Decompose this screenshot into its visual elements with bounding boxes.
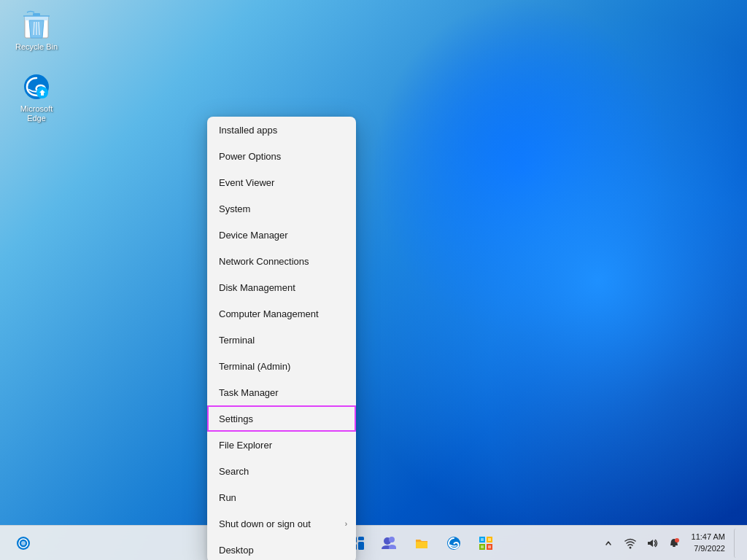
svg-point-11 bbox=[21, 541, 26, 545]
menu-item-task-manager[interactable]: Task Manager bbox=[207, 379, 356, 405]
menu-item-run[interactable]: Run bbox=[207, 484, 356, 510]
clock[interactable]: 11:47 AM 7/9/2022 bbox=[687, 532, 729, 554]
menu-item-device-manager[interactable]: Device Manager bbox=[207, 222, 356, 248]
taskbar-file-explorer-button[interactable] bbox=[407, 529, 436, 558]
menu-item-system[interactable]: System bbox=[207, 195, 356, 222]
svg-line-4 bbox=[34, 22, 34, 35]
menu-item-terminal[interactable]: Terminal bbox=[207, 327, 356, 353]
taskbar-edge-button[interactable] bbox=[439, 529, 468, 558]
tray-chevron[interactable] bbox=[598, 533, 619, 553]
cortana-button[interactable] bbox=[9, 529, 38, 558]
menu-item-network-connections[interactable]: Network Connections bbox=[207, 248, 356, 274]
svg-rect-35 bbox=[488, 538, 491, 541]
menu-item-disk-management[interactable]: Disk Management bbox=[207, 274, 356, 300]
svg-point-38 bbox=[629, 546, 631, 548]
taskbar-store-button[interactable] bbox=[471, 529, 500, 558]
svg-point-27 bbox=[389, 537, 395, 542]
menu-item-shut-down[interactable]: Shut down or sign out › bbox=[207, 510, 356, 537]
tray-notification-icon[interactable] bbox=[664, 533, 684, 553]
svg-rect-36 bbox=[481, 545, 484, 548]
svg-rect-37 bbox=[488, 545, 491, 548]
svg-rect-39 bbox=[673, 545, 676, 547]
svg-line-6 bbox=[39, 22, 39, 35]
date-display: 7/9/2022 bbox=[692, 543, 725, 554]
svg-rect-34 bbox=[481, 538, 484, 541]
svg-point-40 bbox=[675, 538, 679, 542]
recycle-bin-label: Recycle Bin bbox=[15, 42, 58, 52]
taskbar-left bbox=[0, 529, 38, 558]
teams-chat-button[interactable] bbox=[375, 529, 404, 558]
menu-item-file-explorer[interactable]: File Explorer bbox=[207, 432, 356, 458]
show-desktop-button[interactable] bbox=[734, 529, 738, 558]
menu-item-search[interactable]: Search bbox=[207, 458, 356, 484]
menu-item-computer-management[interactable]: Computer Management bbox=[207, 300, 356, 327]
microsoft-edge-label: Microsoft Edge bbox=[10, 104, 63, 123]
time-display: 11:47 AM bbox=[692, 532, 725, 542]
menu-item-desktop[interactable]: Desktop bbox=[207, 537, 356, 560]
menu-item-event-viewer[interactable]: Event Viewer bbox=[207, 169, 356, 195]
desktop: Recycle Bin Microsoft Edge Installed app… bbox=[0, 0, 747, 560]
tray-network[interactable] bbox=[620, 533, 640, 553]
menu-item-power-options[interactable]: Power Options bbox=[207, 143, 356, 169]
menu-item-installed-apps[interactable]: Installed apps bbox=[207, 117, 356, 143]
menu-item-settings[interactable]: Settings bbox=[207, 405, 356, 432]
recycle-bin-icon[interactable]: Recycle Bin bbox=[7, 7, 66, 55]
taskbar-right: 11:47 AM 7/9/2022 bbox=[598, 529, 747, 558]
svg-rect-1 bbox=[25, 16, 48, 20]
context-menu: Installed apps Power Options Event Viewe… bbox=[207, 117, 356, 560]
svg-rect-24 bbox=[358, 542, 364, 550]
menu-item-terminal-admin[interactable]: Terminal (Admin) bbox=[207, 353, 356, 379]
system-tray bbox=[598, 533, 684, 553]
svg-rect-23 bbox=[358, 537, 364, 540]
microsoft-edge-icon[interactable]: Microsoft Edge bbox=[7, 69, 66, 126]
taskbar: 11:47 AM 7/9/2022 bbox=[0, 525, 747, 560]
submenu-arrow: › bbox=[345, 520, 347, 528]
tray-volume[interactable] bbox=[642, 533, 662, 553]
svg-rect-28 bbox=[416, 542, 427, 548]
